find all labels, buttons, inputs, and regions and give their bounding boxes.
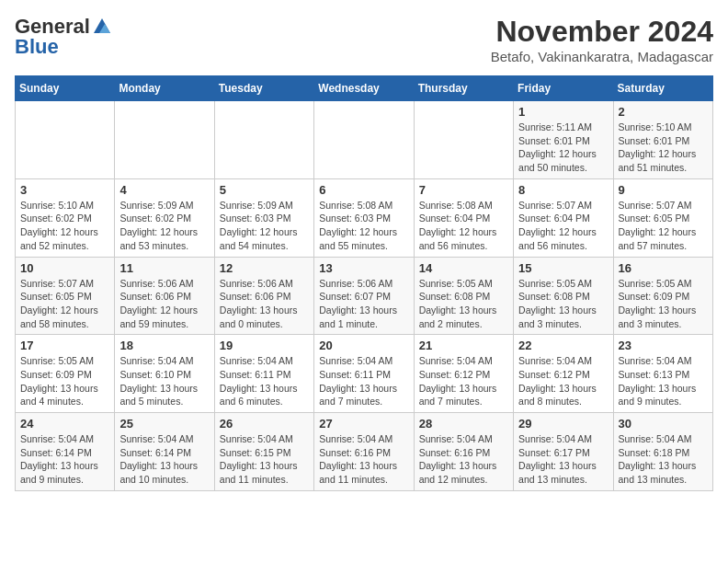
day-cell <box>115 101 214 179</box>
day-cell: 16Sunrise: 5:05 AM Sunset: 6:09 PM Dayli… <box>613 257 712 335</box>
week-row-1: 1Sunrise: 5:11 AM Sunset: 6:01 PM Daylig… <box>16 101 713 179</box>
day-cell: 7Sunrise: 5:08 AM Sunset: 6:04 PM Daylig… <box>414 178 513 257</box>
day-info: Sunrise: 5:10 AM Sunset: 6:01 PM Dayligh… <box>619 121 708 175</box>
day-info: Sunrise: 5:04 AM Sunset: 6:12 PM Dayligh… <box>518 354 608 408</box>
day-cell: 27Sunrise: 5:04 AM Sunset: 6:16 PM Dayli… <box>314 413 414 491</box>
day-cell: 4Sunrise: 5:09 AM Sunset: 6:02 PM Daylig… <box>115 178 214 257</box>
week-row-3: 10Sunrise: 5:07 AM Sunset: 6:05 PM Dayli… <box>16 257 713 335</box>
calendar-table: SundayMondayTuesdayWednesdayThursdayFrid… <box>15 75 713 491</box>
day-number: 25 <box>119 417 209 431</box>
day-info: Sunrise: 5:04 AM Sunset: 6:12 PM Dayligh… <box>419 354 508 408</box>
day-cell: 30Sunrise: 5:04 AM Sunset: 6:18 PM Dayli… <box>613 413 712 491</box>
day-cell: 24Sunrise: 5:04 AM Sunset: 6:14 PM Dayli… <box>16 413 115 491</box>
day-number: 1 <box>518 105 608 119</box>
day-info: Sunrise: 5:06 AM Sunset: 6:06 PM Dayligh… <box>220 277 309 331</box>
day-number: 22 <box>518 339 608 352</box>
logo-icon <box>92 17 112 37</box>
day-info: Sunrise: 5:04 AM Sunset: 6:14 PM Dayligh… <box>119 432 209 487</box>
day-info: Sunrise: 5:05 AM Sunset: 6:09 PM Dayligh… <box>20 354 109 408</box>
day-cell: 6Sunrise: 5:08 AM Sunset: 6:03 PM Daylig… <box>314 178 414 257</box>
day-number: 20 <box>319 339 408 352</box>
header-tuesday: Tuesday <box>214 76 313 101</box>
day-number: 30 <box>619 417 708 431</box>
day-cell: 22Sunrise: 5:04 AM Sunset: 6:12 PM Dayli… <box>514 335 613 413</box>
day-info: Sunrise: 5:04 AM Sunset: 6:13 PM Dayligh… <box>619 354 708 408</box>
day-info: Sunrise: 5:04 AM Sunset: 6:11 PM Dayligh… <box>220 354 309 408</box>
day-number: 13 <box>319 261 408 275</box>
day-number: 12 <box>220 261 309 275</box>
day-info: Sunrise: 5:09 AM Sunset: 6:03 PM Dayligh… <box>220 199 309 253</box>
day-cell: 3Sunrise: 5:10 AM Sunset: 6:02 PM Daylig… <box>16 178 115 257</box>
day-number: 23 <box>619 339 708 352</box>
header-saturday: Saturday <box>613 76 712 101</box>
day-cell <box>414 101 513 179</box>
day-info: Sunrise: 5:04 AM Sunset: 6:15 PM Dayligh… <box>220 432 309 487</box>
calendar-header-row: SundayMondayTuesdayWednesdayThursdayFrid… <box>16 76 713 101</box>
day-info: Sunrise: 5:05 AM Sunset: 6:08 PM Dayligh… <box>518 277 608 331</box>
day-cell: 28Sunrise: 5:04 AM Sunset: 6:16 PM Dayli… <box>414 413 513 491</box>
day-cell: 11Sunrise: 5:06 AM Sunset: 6:06 PM Dayli… <box>115 257 214 335</box>
day-info: Sunrise: 5:06 AM Sunset: 6:07 PM Dayligh… <box>319 277 408 331</box>
day-info: Sunrise: 5:09 AM Sunset: 6:02 PM Dayligh… <box>119 199 209 253</box>
day-info: Sunrise: 5:08 AM Sunset: 6:04 PM Dayligh… <box>419 199 508 253</box>
title-area: November 2024 Betafo, Vakinankaratra, Ma… <box>491 15 713 64</box>
day-info: Sunrise: 5:07 AM Sunset: 6:05 PM Dayligh… <box>619 199 708 253</box>
day-info: Sunrise: 5:05 AM Sunset: 6:08 PM Dayligh… <box>419 277 508 331</box>
day-cell: 21Sunrise: 5:04 AM Sunset: 6:12 PM Dayli… <box>414 335 513 413</box>
day-number: 6 <box>319 183 408 197</box>
day-number: 27 <box>319 417 408 431</box>
day-info: Sunrise: 5:10 AM Sunset: 6:02 PM Dayligh… <box>20 199 109 253</box>
day-number: 14 <box>419 261 508 275</box>
day-number: 26 <box>220 417 309 431</box>
day-cell: 14Sunrise: 5:05 AM Sunset: 6:08 PM Dayli… <box>414 257 513 335</box>
week-row-2: 3Sunrise: 5:10 AM Sunset: 6:02 PM Daylig… <box>16 178 713 257</box>
day-info: Sunrise: 5:11 AM Sunset: 6:01 PM Dayligh… <box>518 121 608 175</box>
page-header: General Blue November 2024 Betafo, Vakin… <box>15 15 713 64</box>
day-number: 3 <box>20 183 109 197</box>
day-number: 15 <box>518 261 608 275</box>
day-number: 16 <box>619 261 708 275</box>
day-info: Sunrise: 5:05 AM Sunset: 6:09 PM Dayligh… <box>619 277 708 331</box>
day-cell: 29Sunrise: 5:04 AM Sunset: 6:17 PM Dayli… <box>514 413 613 491</box>
day-cell <box>214 101 313 179</box>
day-info: Sunrise: 5:04 AM Sunset: 6:16 PM Dayligh… <box>319 432 408 487</box>
day-number: 24 <box>20 417 109 431</box>
day-info: Sunrise: 5:08 AM Sunset: 6:03 PM Dayligh… <box>319 199 408 253</box>
day-cell: 12Sunrise: 5:06 AM Sunset: 6:06 PM Dayli… <box>214 257 313 335</box>
day-number: 29 <box>518 417 608 431</box>
header-sunday: Sunday <box>16 76 115 101</box>
day-cell: 17Sunrise: 5:05 AM Sunset: 6:09 PM Dayli… <box>16 335 115 413</box>
day-cell: 26Sunrise: 5:04 AM Sunset: 6:15 PM Dayli… <box>214 413 313 491</box>
day-cell: 9Sunrise: 5:07 AM Sunset: 6:05 PM Daylig… <box>613 178 712 257</box>
day-cell <box>16 101 115 179</box>
day-number: 9 <box>619 183 708 197</box>
header-friday: Friday <box>514 76 613 101</box>
day-cell: 19Sunrise: 5:04 AM Sunset: 6:11 PM Dayli… <box>214 335 313 413</box>
day-info: Sunrise: 5:07 AM Sunset: 6:05 PM Dayligh… <box>20 277 109 331</box>
day-info: Sunrise: 5:04 AM Sunset: 6:10 PM Dayligh… <box>119 354 209 408</box>
logo-blue: Blue <box>15 35 59 59</box>
day-number: 28 <box>419 417 508 431</box>
day-info: Sunrise: 5:04 AM Sunset: 6:14 PM Dayligh… <box>20 432 109 487</box>
day-number: 4 <box>119 183 209 197</box>
day-info: Sunrise: 5:04 AM Sunset: 6:18 PM Dayligh… <box>619 432 708 487</box>
day-number: 17 <box>20 339 109 352</box>
day-number: 8 <box>518 183 608 197</box>
day-cell: 25Sunrise: 5:04 AM Sunset: 6:14 PM Dayli… <box>115 413 214 491</box>
week-row-4: 17Sunrise: 5:05 AM Sunset: 6:09 PM Dayli… <box>16 335 713 413</box>
day-number: 21 <box>419 339 508 352</box>
day-cell: 15Sunrise: 5:05 AM Sunset: 6:08 PM Dayli… <box>514 257 613 335</box>
month-title: November 2024 <box>491 15 713 49</box>
header-thursday: Thursday <box>414 76 513 101</box>
day-info: Sunrise: 5:07 AM Sunset: 6:04 PM Dayligh… <box>518 199 608 253</box>
day-cell: 18Sunrise: 5:04 AM Sunset: 6:10 PM Dayli… <box>115 335 214 413</box>
day-cell: 10Sunrise: 5:07 AM Sunset: 6:05 PM Dayli… <box>16 257 115 335</box>
day-cell: 13Sunrise: 5:06 AM Sunset: 6:07 PM Dayli… <box>314 257 414 335</box>
week-row-5: 24Sunrise: 5:04 AM Sunset: 6:14 PM Dayli… <box>16 413 713 491</box>
day-info: Sunrise: 5:04 AM Sunset: 6:16 PM Dayligh… <box>419 432 508 487</box>
logo: General Blue <box>15 15 112 59</box>
header-monday: Monday <box>115 76 214 101</box>
day-number: 11 <box>119 261 209 275</box>
day-cell: 2Sunrise: 5:10 AM Sunset: 6:01 PM Daylig… <box>613 101 712 179</box>
day-info: Sunrise: 5:04 AM Sunset: 6:11 PM Dayligh… <box>319 354 408 408</box>
